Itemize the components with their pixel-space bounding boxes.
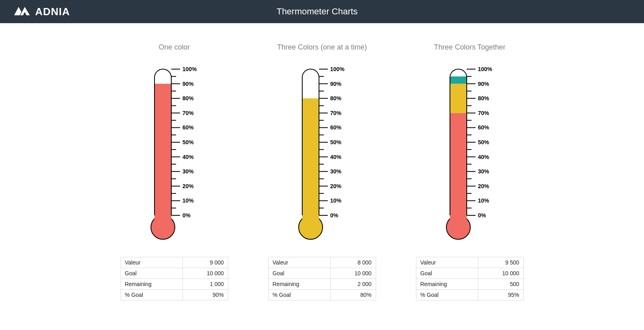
row-label: Goal bbox=[121, 268, 183, 279]
chart-column: One color 0%10%20%30%40%50%60%70%80%90%1… bbox=[115, 43, 234, 300]
tick-label: 70% bbox=[330, 110, 342, 116]
chart-title: Three Colors (one at a time) bbox=[277, 43, 367, 52]
row-value: 8 000 bbox=[331, 257, 376, 268]
row-value: 10 000 bbox=[183, 268, 228, 279]
tick-label: 50% bbox=[478, 139, 489, 145]
row-value: 9 500 bbox=[478, 257, 523, 268]
svg-rect-50 bbox=[450, 84, 467, 113]
row-label: % Goal bbox=[121, 290, 183, 300]
row-label: % Goal bbox=[416, 290, 478, 300]
tick-label: 80% bbox=[182, 95, 194, 101]
tick-label: 40% bbox=[182, 154, 194, 160]
thermometer-svg: 0%10%20%30%40%50%60%70%80%90%100% bbox=[286, 64, 358, 247]
tick-label: 0% bbox=[478, 212, 486, 219]
table-row: Valeur9 500 bbox=[416, 257, 523, 268]
table-row: Valeur8 000 bbox=[268, 257, 376, 268]
thermometer: 0%10%20%30%40%50%60%70%80%90%100% bbox=[434, 64, 506, 247]
tick-label: 60% bbox=[182, 124, 194, 131]
tick-label: 20% bbox=[478, 183, 489, 189]
table-row: Goal10 000 bbox=[121, 268, 228, 279]
row-label: % Goal bbox=[268, 290, 331, 300]
table-row: Valeur9 000 bbox=[121, 257, 228, 268]
row-label: Valeur bbox=[121, 257, 183, 268]
tick-label: 0% bbox=[330, 212, 339, 219]
table-row: Remaining1 000 bbox=[121, 279, 228, 290]
svg-rect-51 bbox=[450, 76, 467, 83]
svg-rect-2 bbox=[155, 215, 171, 229]
data-table: Valeur9 500 Goal10 000 Remaining500 % Go… bbox=[416, 257, 524, 300]
row-value: 95% bbox=[478, 290, 523, 300]
tick-label: 100% bbox=[330, 66, 345, 72]
row-value: 10 000 bbox=[331, 268, 376, 279]
tick-label: 10% bbox=[330, 197, 342, 204]
tick-label: 20% bbox=[182, 183, 194, 189]
svg-rect-1 bbox=[155, 84, 171, 215]
tick-label: 70% bbox=[182, 110, 194, 116]
tick-label: 10% bbox=[478, 197, 489, 204]
row-label: Valeur bbox=[268, 257, 331, 268]
chart-column: Three Colors (one at a time) 0%10%20%30%… bbox=[262, 43, 382, 300]
row-value: 80% bbox=[331, 290, 376, 300]
data-table: Valeur8 000 Goal10 000 Remaining2 000 % … bbox=[268, 257, 376, 300]
row-value: 2 000 bbox=[331, 279, 376, 290]
row-label: Valeur bbox=[416, 257, 478, 268]
tick-label: 80% bbox=[478, 95, 489, 101]
table-row: % Goal95% bbox=[416, 290, 523, 300]
tick-label: 90% bbox=[182, 81, 194, 87]
chart-title: One color bbox=[159, 43, 190, 52]
table-row: Goal10 000 bbox=[416, 268, 523, 279]
row-value: 10 000 bbox=[478, 268, 523, 279]
tick-label: 90% bbox=[478, 81, 489, 87]
tick-label: 100% bbox=[182, 66, 197, 72]
tick-label: 100% bbox=[478, 66, 492, 72]
header: ADNIA Thermometer Charts bbox=[0, 0, 644, 23]
tick-label: 20% bbox=[330, 183, 342, 189]
row-label: Remaining bbox=[121, 279, 183, 290]
row-label: Remaining bbox=[268, 279, 331, 290]
tick-label: 0% bbox=[182, 212, 191, 219]
thermometer: 0%10%20%30%40%50%60%70%80%90%100% bbox=[286, 64, 358, 247]
row-label: Remaining bbox=[416, 279, 478, 290]
tick-label: 60% bbox=[330, 124, 342, 131]
tick-label: 10% bbox=[182, 197, 194, 204]
charts-row: One color 0%10%20%30%40%50%60%70%80%90%1… bbox=[0, 23, 644, 308]
svg-rect-49 bbox=[450, 113, 467, 215]
table-row: Goal10 000 bbox=[268, 268, 376, 279]
svg-rect-52 bbox=[450, 215, 467, 229]
tick-label: 90% bbox=[330, 81, 342, 87]
tick-label: 70% bbox=[478, 110, 489, 116]
table-row: Remaining2 000 bbox=[268, 279, 376, 290]
page-title: Thermometer Charts bbox=[70, 6, 644, 17]
tick-label: 50% bbox=[182, 139, 194, 145]
table-row: % Goal80% bbox=[268, 290, 376, 300]
row-label: Goal bbox=[268, 268, 331, 279]
tick-label: 30% bbox=[478, 168, 489, 175]
tick-label: 80% bbox=[330, 95, 342, 101]
row-value: 1 000 bbox=[183, 279, 228, 290]
tick-label: 30% bbox=[330, 168, 342, 175]
tick-label: 40% bbox=[478, 154, 489, 160]
thermometer-svg: 0%10%20%30%40%50%60%70%80%90%100% bbox=[139, 64, 210, 247]
tick-label: 30% bbox=[182, 168, 194, 175]
thermometer-svg: 0%10%20%30%40%50%60%70%80%90%100% bbox=[434, 64, 506, 247]
thermometer: 0%10%20%30%40%50%60%70%80%90%100% bbox=[139, 64, 210, 247]
data-table: Valeur9 000 Goal10 000 Remaining1 000 % … bbox=[121, 257, 228, 300]
tick-label: 50% bbox=[330, 139, 342, 145]
row-value: 500 bbox=[478, 279, 523, 290]
tick-label: 60% bbox=[478, 124, 489, 131]
brand-logo: ADNIA bbox=[0, 5, 70, 18]
logo-icon bbox=[14, 5, 30, 18]
brand-text: ADNIA bbox=[35, 6, 70, 18]
row-label: Goal bbox=[416, 268, 478, 279]
svg-rect-26 bbox=[302, 215, 319, 229]
chart-column: Three Colors Together 0%10%20%30%40%50%6… bbox=[410, 43, 530, 300]
chart-title: Three Colors Together bbox=[434, 43, 505, 52]
table-row: % Goal90% bbox=[121, 290, 228, 300]
table-row: Remaining500 bbox=[416, 279, 523, 290]
row-value: 90% bbox=[183, 290, 228, 300]
svg-rect-25 bbox=[302, 98, 319, 215]
tick-label: 40% bbox=[330, 154, 342, 160]
row-value: 9 000 bbox=[183, 257, 228, 268]
